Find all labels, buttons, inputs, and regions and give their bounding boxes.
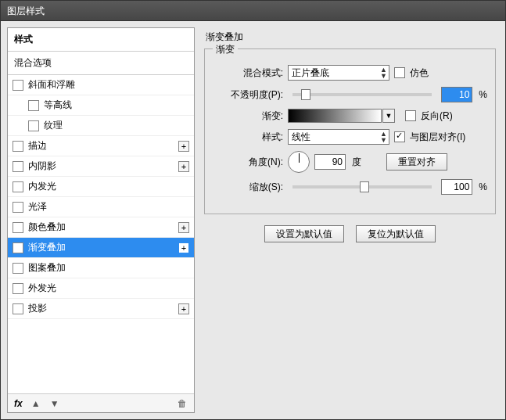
- angle-label: 角度(N):: [213, 156, 283, 169]
- opacity-slider[interactable]: [292, 93, 432, 96]
- style-label: 颜色叠加: [28, 221, 178, 234]
- percent-unit: %: [479, 181, 487, 192]
- percent-unit: %: [479, 89, 487, 100]
- style-row-9[interactable]: 图案叠加: [8, 258, 194, 278]
- gradient-swatch[interactable]: ▼: [288, 109, 382, 123]
- styles-panel: 样式 混合选项 斜面和浮雕等高线纹理描边+内阴影+内发光光泽颜色叠加+渐变叠加+…: [7, 27, 195, 413]
- trash-icon[interactable]: 🗑: [177, 398, 188, 409]
- section-title: 渐变叠加: [206, 31, 496, 44]
- opacity-label: 不透明度(P):: [213, 88, 283, 102]
- style-checkbox[interactable]: [13, 202, 23, 213]
- style-row-3[interactable]: 描边+: [8, 136, 194, 156]
- titlebar[interactable]: 图层样式: [1, 1, 505, 21]
- plus-icon[interactable]: +: [178, 161, 189, 172]
- style-checkbox[interactable]: [28, 120, 39, 131]
- blend-mode-select[interactable]: 正片叠底 ▲▼: [288, 65, 389, 81]
- set-default-button[interactable]: 设置为默认值: [264, 225, 344, 242]
- angle-input[interactable]: 90: [314, 154, 346, 170]
- reverse-checkbox[interactable]: [405, 110, 416, 121]
- style-label: 图案叠加: [28, 261, 189, 275]
- style-label: 内阴影: [28, 160, 178, 173]
- align-label: 与图层对齐(I): [410, 131, 465, 144]
- fx-icon[interactable]: fx: [14, 398, 23, 409]
- style-label: 投影: [28, 302, 178, 315]
- gradient-overlay-panel: 渐变叠加 渐变 混合模式: 正片叠底 ▲▼ 仿色 不透明度(P): 10 %: [201, 27, 499, 413]
- reverse-label: 反向(R): [421, 109, 453, 123]
- style-row-2[interactable]: 纹理: [8, 116, 194, 136]
- style-row-11[interactable]: 投影+: [8, 299, 194, 319]
- angle-dial[interactable]: [288, 151, 310, 173]
- layer-style-dialog: 图层样式 样式 混合选项 斜面和浮雕等高线纹理描边+内阴影+内发光光泽颜色叠加+…: [0, 0, 506, 420]
- style-label: 内发光: [28, 180, 189, 193]
- arrow-down-icon[interactable]: ▼: [49, 398, 60, 409]
- chevron-updown-icon: ▲▼: [380, 66, 387, 79]
- scale-input[interactable]: 100: [441, 179, 472, 195]
- style-checkbox[interactable]: [13, 303, 23, 314]
- style-label: 描边: [28, 139, 178, 153]
- angle-unit: 度: [352, 156, 361, 169]
- window-title: 图层样式: [7, 5, 45, 16]
- plus-icon[interactable]: +: [178, 303, 189, 314]
- reset-align-button[interactable]: 重置对齐: [386, 153, 447, 171]
- style-label: 渐变叠加: [28, 241, 178, 254]
- dither-checkbox[interactable]: [394, 67, 405, 78]
- style-row-7[interactable]: 颜色叠加+: [8, 217, 194, 238]
- style-row-10[interactable]: 外发光: [8, 278, 194, 299]
- blend-options-header[interactable]: 混合选项: [8, 52, 194, 75]
- style-checkbox[interactable]: [13, 222, 23, 233]
- style-checkbox[interactable]: [13, 242, 23, 253]
- align-checkbox[interactable]: [394, 131, 405, 142]
- reset-default-button[interactable]: 复位为默认值: [356, 225, 436, 242]
- plus-icon[interactable]: +: [178, 242, 189, 253]
- style-row-4[interactable]: 内阴影+: [8, 156, 194, 177]
- style-row-5[interactable]: 内发光: [8, 177, 194, 197]
- styles-footer: fx ▲ ▼ 🗑: [8, 393, 194, 412]
- style-select-label: 样式:: [213, 131, 283, 144]
- style-row-8[interactable]: 渐变叠加+: [8, 238, 194, 258]
- style-label: 斜面和浮雕: [28, 78, 189, 92]
- styles-list: 样式 混合选项 斜面和浮雕等高线纹理描边+内阴影+内发光光泽颜色叠加+渐变叠加+…: [8, 28, 194, 393]
- chevron-updown-icon: ▲▼: [380, 131, 387, 143]
- default-buttons-row: 设置为默认值 复位为默认值: [204, 225, 496, 242]
- style-label: 等高线: [44, 99, 189, 112]
- dither-label: 仿色: [410, 66, 429, 80]
- scale-label: 缩放(S):: [213, 181, 283, 194]
- style-label: 光泽: [28, 200, 189, 214]
- style-row-1[interactable]: 等高线: [8, 95, 194, 116]
- style-checkbox[interactable]: [13, 80, 23, 91]
- gradient-group: 渐变 混合模式: 正片叠底 ▲▼ 仿色 不透明度(P): 10 %: [204, 48, 496, 214]
- style-checkbox[interactable]: [13, 263, 23, 274]
- styles-header[interactable]: 样式: [8, 28, 194, 52]
- group-legend: 渐变: [213, 43, 238, 56]
- style-checkbox[interactable]: [13, 181, 23, 192]
- style-label: 外发光: [28, 282, 189, 295]
- blend-mode-value: 正片叠底: [292, 66, 329, 80]
- gradient-dropdown-icon[interactable]: ▼: [382, 109, 395, 123]
- style-checkbox[interactable]: [13, 141, 23, 152]
- style-checkbox[interactable]: [28, 100, 39, 111]
- blend-mode-label: 混合模式:: [213, 66, 283, 80]
- style-row-6[interactable]: 光泽: [8, 197, 194, 217]
- plus-icon[interactable]: +: [178, 141, 189, 152]
- style-select[interactable]: 线性 ▲▼: [288, 129, 389, 145]
- style-checkbox[interactable]: [13, 283, 23, 294]
- style-row-0[interactable]: 斜面和浮雕: [8, 75, 194, 95]
- arrow-up-icon[interactable]: ▲: [31, 398, 41, 409]
- plus-icon[interactable]: +: [178, 222, 189, 233]
- gradient-label: 渐变:: [213, 109, 283, 123]
- style-label: 纹理: [44, 119, 189, 132]
- style-checkbox[interactable]: [13, 161, 23, 172]
- scale-slider[interactable]: [292, 185, 432, 188]
- opacity-input[interactable]: 10: [441, 87, 472, 102]
- style-value: 线性: [292, 131, 310, 144]
